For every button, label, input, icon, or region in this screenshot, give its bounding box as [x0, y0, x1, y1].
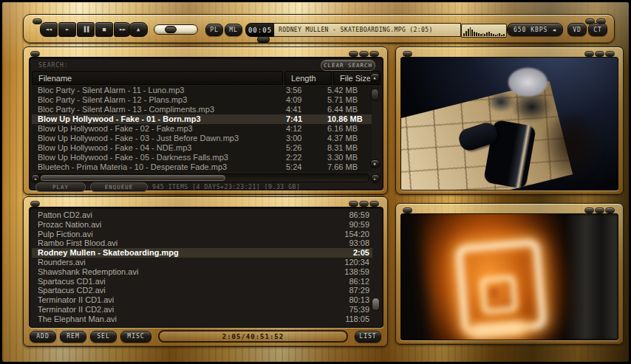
pause-button[interactable]: ▐▐: [77, 22, 95, 37]
shade-button[interactable]: [349, 51, 358, 57]
close-button[interactable]: [605, 207, 615, 213]
row-filesize: 5.42 MB: [327, 86, 372, 95]
analyzer-bar: [493, 34, 494, 36]
window-menu-button[interactable]: [403, 207, 412, 213]
scroll-left-button[interactable]: ◄: [31, 174, 40, 182]
playlist-row[interactable]: Shawshank Redemption.avi 138:59: [32, 267, 372, 277]
close-button[interactable]: [369, 51, 379, 57]
row-filename: Blow Up Hollywood - Fake - 04 - NDE.mp3: [32, 143, 286, 153]
window-menu-button[interactable]: [30, 201, 40, 207]
analyzer-bar: [468, 29, 469, 36]
list-button[interactable]: LIST: [355, 331, 381, 343]
video-display[interactable]: [400, 57, 618, 190]
playlist-row[interactable]: Patton CD2.avi 86:59: [32, 210, 372, 220]
close-button[interactable]: [596, 18, 606, 24]
playlist-row[interactable]: The Elephant Man.avi 118:05: [32, 315, 372, 324]
playlist-toggle-button[interactable]: PL: [205, 24, 223, 36]
stop-button[interactable]: ■: [95, 22, 113, 37]
volume-knob[interactable]: [165, 26, 177, 33]
misc-button[interactable]: MISC: [120, 331, 151, 343]
viz-center-dot: [490, 288, 499, 298]
window-menu-button[interactable]: [30, 51, 40, 57]
library-row[interactable]: Bloc Party - Silent Alarm - 12 - Plans.m…: [32, 95, 372, 105]
row-name: Patton CD2.avi: [38, 210, 349, 220]
playlist-row[interactable]: Pulp Fiction.avi 154:20: [32, 230, 372, 239]
library-row[interactable]: Bloc Party - Silent Alarm - 11 - Luno.mp…: [32, 86, 372, 95]
column-header-length[interactable]: Length: [284, 71, 332, 85]
minimize-button[interactable]: [359, 51, 369, 57]
playlist-row[interactable]: Spartacus CD2.avi 87:29: [32, 286, 372, 295]
library-row[interactable]: Bloc Party - Silent Alarm - 13 - Complim…: [32, 105, 372, 114]
row-filename: Bloc Party - Silent Alarm - 12 - Plans.m…: [32, 95, 286, 105]
stop-icon: ■: [103, 27, 106, 32]
vertical-scrollbar-thumb[interactable]: [371, 89, 379, 101]
row-filesize: 6.16 MB: [327, 124, 372, 134]
scroll-right-button[interactable]: ►: [371, 174, 380, 182]
playlist-scrollbar-thumb[interactable]: [372, 298, 380, 311]
playlist-row[interactable]: Rounders.avi 120:34: [32, 258, 372, 267]
row-filename: Blow Up Hollywood - Fake - 02 - Fake.mp3: [32, 124, 286, 134]
scroll-down-button[interactable]: ▼: [370, 159, 380, 168]
eject-button[interactable]: ▲: [129, 22, 148, 37]
row-time: 86:59: [349, 210, 369, 220]
library-row[interactable]: Blow Up Hollywood - Fake - 05 - Darkness…: [32, 153, 372, 162]
horizontal-scrollbar-thumb[interactable]: [41, 175, 225, 181]
library-row[interactable]: Blow Up Hollywood - Fake - 02 - Fake.mp3…: [32, 124, 372, 134]
select-button[interactable]: SEL: [90, 331, 117, 343]
row-name: Spartacus CD2.avi: [38, 286, 349, 295]
visualization-display[interactable]: [400, 213, 618, 340]
playlist-row[interactable]: Terminator II CD2.avi 75:39: [32, 305, 372, 315]
close-button[interactable]: [369, 201, 379, 207]
volume-slider[interactable]: [154, 24, 198, 35]
library-footer: PLAY ENQUEUE 945 ITEMS [4 DAYS+23:23:21]…: [35, 182, 378, 191]
window-menu-button[interactable]: [403, 51, 412, 57]
row-time: 90:59: [349, 220, 369, 230]
row-length: 3:00: [286, 134, 327, 143]
shade-button[interactable]: [584, 51, 594, 57]
add-button[interactable]: ADD: [30, 331, 56, 343]
playlist-row[interactable]: Rodney Mullen - Skateboarding.mpg 2:05: [32, 248, 372, 258]
row-time: 120:34: [344, 258, 369, 267]
row-name: The Elephant Man.avi: [38, 315, 345, 324]
analyzer-bar: [480, 34, 482, 36]
row-length: 2:22: [286, 153, 327, 162]
previous-button[interactable]: ◄◄: [40, 22, 58, 37]
library-row[interactable]: Blow Up Hollywood - Fake - 03 - Just Bef…: [32, 134, 372, 143]
video-window-toggle-button[interactable]: VD: [567, 23, 587, 36]
playlist-row[interactable]: Rambo First Blood.avi 93:08: [32, 238, 372, 248]
elapsed-time-display[interactable]: 00:05: [245, 23, 275, 37]
close-button[interactable]: [605, 51, 615, 57]
scroll-up-button[interactable]: ▲: [370, 73, 380, 81]
row-filesize: 5.71 MB: [327, 95, 372, 105]
row-name: Terminator II CD1.avi: [38, 295, 349, 305]
visualization-toggle-button[interactable]: CT: [588, 23, 607, 36]
minimize-button[interactable]: [585, 18, 595, 24]
playlist-row[interactable]: Prozac Nation.avi 90:59: [32, 220, 372, 230]
minimize-button[interactable]: [595, 207, 604, 213]
bitrate-display[interactable]: 650 KBPS ◄: [507, 23, 563, 36]
library-row[interactable]: Blow Up Hollywood - Fake - 01 - Born.mp3…: [32, 114, 372, 124]
row-name: Shawshank Redemption.avi: [38, 267, 344, 277]
column-header-filename[interactable]: Filename: [32, 71, 283, 85]
seek-slider-knob[interactable]: [257, 36, 270, 43]
minimize-button[interactable]: [359, 201, 369, 207]
shade-button[interactable]: [584, 207, 594, 213]
minimize-button[interactable]: [595, 51, 604, 57]
clear-search-button[interactable]: CLEAR SEARCH: [321, 60, 375, 71]
row-length: 4:12: [286, 124, 327, 134]
horizontal-scrollbar[interactable]: [34, 174, 369, 182]
row-length: 5:26: [286, 143, 327, 153]
analyzer-bar: [499, 33, 500, 36]
library-row[interactable]: Blow Up Hollywood - Fake - 04 - NDE.mp3 …: [32, 143, 372, 153]
library-row[interactable]: Bluetech - Prima Materia - 10 - Desperat…: [32, 162, 372, 172]
playlist-row[interactable]: Terminator II CD1.avi 80:13: [32, 295, 372, 305]
row-filename: Bloc Party - Silent Alarm - 11 - Luno.mp…: [32, 86, 286, 95]
media-library-toggle-button[interactable]: ML: [225, 24, 242, 36]
enqueue-button[interactable]: ENQUEUE: [90, 182, 148, 192]
play-button[interactable]: ►: [58, 22, 76, 37]
shade-button[interactable]: [349, 201, 358, 207]
playlist-row[interactable]: Spartacus CD1.avi 86:12: [32, 277, 372, 286]
play-selected-button[interactable]: PLAY: [35, 182, 86, 192]
transport-controls: ◄◄ ► ▐▐ ■ ►►: [40, 22, 132, 37]
remove-button[interactable]: REM: [60, 331, 86, 343]
